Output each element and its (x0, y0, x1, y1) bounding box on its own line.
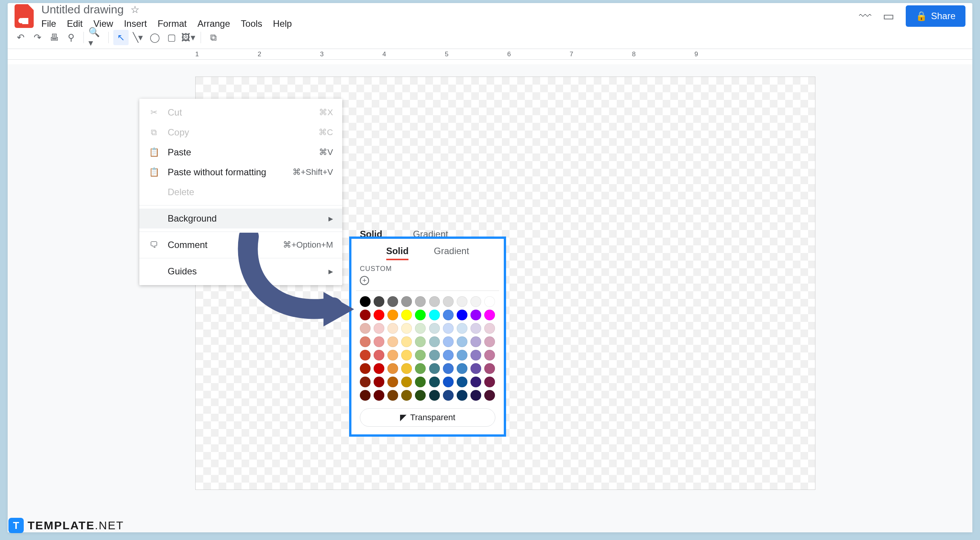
color-swatch[interactable] (429, 323, 440, 334)
color-swatch[interactable] (443, 377, 454, 387)
color-swatch[interactable] (470, 350, 481, 361)
color-swatch[interactable] (360, 336, 371, 347)
color-swatch[interactable] (443, 390, 454, 401)
color-swatch[interactable] (470, 390, 481, 401)
color-swatch[interactable] (429, 336, 440, 347)
color-swatch[interactable] (415, 336, 426, 347)
color-swatch[interactable] (360, 377, 371, 387)
ctx-comment[interactable]: 🗨 Comment ⌘+Option+M (139, 235, 342, 255)
zoom-dropdown[interactable]: 🔍▾ (88, 30, 104, 45)
color-swatch[interactable] (443, 350, 454, 361)
color-swatch[interactable] (401, 350, 412, 361)
redo-button[interactable]: ↷ (30, 30, 45, 45)
color-swatch[interactable] (387, 390, 398, 401)
color-swatch[interactable] (374, 323, 384, 334)
color-swatch[interactable] (470, 323, 481, 334)
color-swatch[interactable] (429, 363, 440, 374)
color-swatch[interactable] (401, 377, 412, 387)
color-swatch[interactable] (484, 296, 495, 307)
color-swatch[interactable] (484, 310, 495, 320)
color-swatch[interactable] (484, 323, 495, 334)
color-swatch[interactable] (457, 363, 467, 374)
color-swatch[interactable] (415, 363, 426, 374)
shape-tool[interactable]: ◯ (147, 30, 162, 45)
color-swatch[interactable] (374, 310, 384, 320)
share-button[interactable]: 🔒 Share (906, 5, 965, 27)
print-button[interactable]: 🖶 (47, 30, 62, 45)
color-swatch[interactable] (457, 390, 467, 401)
menu-help[interactable]: Help (273, 18, 292, 29)
star-icon[interactable]: ☆ (131, 4, 139, 16)
color-swatch[interactable] (401, 390, 412, 401)
ctx-guides[interactable]: Guides ▸ (139, 261, 342, 281)
color-swatch[interactable] (484, 377, 495, 387)
insert-comment-button[interactable]: ⧉ (206, 30, 221, 45)
color-swatch[interactable] (429, 390, 440, 401)
select-tool[interactable]: ↖ (113, 30, 129, 45)
color-swatch[interactable] (387, 310, 398, 320)
color-swatch[interactable] (470, 363, 481, 374)
color-swatch[interactable] (457, 377, 467, 387)
color-swatch[interactable] (443, 310, 454, 320)
ctx-paste-without-formatting[interactable]: 📋 Paste without formatting ⌘+Shift+V (139, 162, 342, 182)
menu-arrange[interactable]: Arrange (198, 18, 230, 29)
color-swatch[interactable] (374, 377, 384, 387)
color-swatch[interactable] (443, 363, 454, 374)
image-tool[interactable]: 🖼▾ (181, 30, 196, 45)
textbox-tool[interactable]: ▢ (164, 30, 179, 45)
menu-insert[interactable]: Insert (124, 18, 147, 29)
color-swatch[interactable] (484, 390, 495, 401)
menu-edit[interactable]: Edit (67, 18, 83, 29)
menu-file[interactable]: File (41, 18, 56, 29)
color-swatch[interactable] (387, 336, 398, 347)
document-title[interactable]: Untitled drawing (41, 3, 124, 16)
color-swatch[interactable] (374, 336, 384, 347)
color-swatch[interactable] (470, 336, 481, 347)
color-swatch[interactable] (457, 310, 467, 320)
color-swatch[interactable] (374, 350, 384, 361)
paint-format-button[interactable]: ⚲ (64, 30, 79, 45)
line-tool[interactable]: ╲▾ (130, 30, 145, 45)
color-swatch[interactable] (374, 390, 384, 401)
activity-icon[interactable]: 〰 (859, 9, 871, 23)
color-swatch[interactable] (470, 310, 481, 320)
transparent-button[interactable]: ◤ Transparent (360, 408, 495, 427)
color-swatch[interactable] (387, 296, 398, 307)
color-swatch[interactable] (457, 323, 467, 334)
color-swatch[interactable] (429, 310, 440, 320)
color-swatch[interactable] (387, 377, 398, 387)
color-swatch[interactable] (401, 336, 412, 347)
color-swatch[interactable] (401, 323, 412, 334)
color-swatch[interactable] (387, 323, 398, 334)
color-swatch[interactable] (415, 296, 426, 307)
comments-icon[interactable]: ▭ (883, 9, 894, 23)
color-swatch[interactable] (360, 310, 371, 320)
color-swatch[interactable] (443, 323, 454, 334)
color-swatch[interactable] (484, 336, 495, 347)
color-swatch[interactable] (484, 363, 495, 374)
drawings-app-icon[interactable] (15, 4, 34, 28)
color-swatch[interactable] (415, 310, 426, 320)
color-swatch[interactable] (470, 377, 481, 387)
color-swatch[interactable] (387, 350, 398, 361)
color-swatch[interactable] (401, 296, 412, 307)
color-swatch[interactable] (360, 296, 371, 307)
color-swatch[interactable] (374, 296, 384, 307)
color-swatch[interactable] (401, 310, 412, 320)
color-swatch[interactable] (457, 296, 467, 307)
color-swatch[interactable] (360, 363, 371, 374)
color-swatch[interactable] (360, 323, 371, 334)
color-swatch[interactable] (374, 363, 384, 374)
ctx-paste[interactable]: 📋 Paste ⌘V (139, 142, 342, 162)
color-swatch[interactable] (457, 336, 467, 347)
undo-button[interactable]: ↶ (13, 30, 28, 45)
color-swatch[interactable] (457, 350, 467, 361)
tab-solid[interactable]: Solid (386, 246, 409, 260)
color-swatch[interactable] (443, 296, 454, 307)
color-swatch[interactable] (387, 363, 398, 374)
color-swatch[interactable] (415, 323, 426, 334)
color-swatch[interactable] (415, 390, 426, 401)
add-custom-color-button[interactable]: + (360, 276, 369, 285)
color-swatch[interactable] (443, 336, 454, 347)
color-swatch[interactable] (360, 390, 371, 401)
